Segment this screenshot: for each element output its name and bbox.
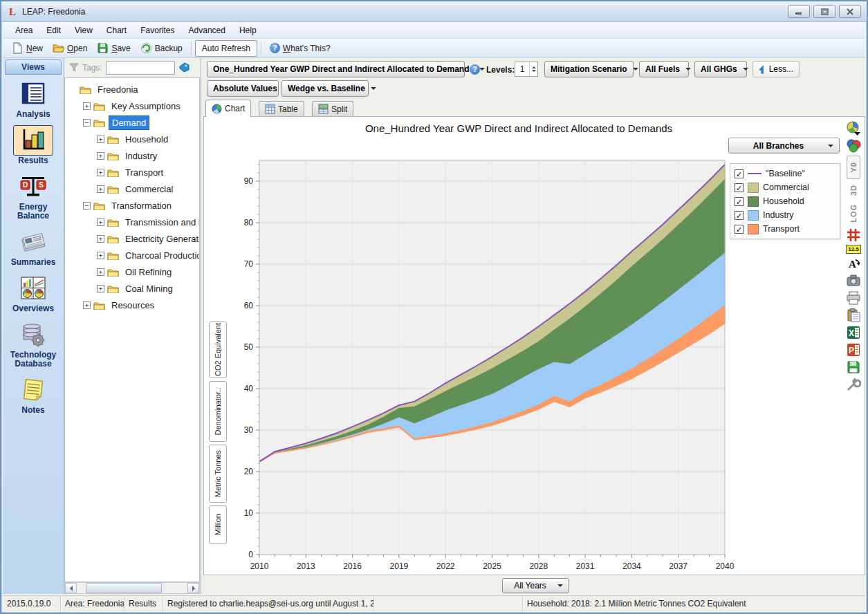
less-options-button[interactable]: Less... xyxy=(752,61,800,77)
save-chart-button[interactable] xyxy=(845,360,862,375)
scroll-left-button[interactable] xyxy=(65,583,77,593)
toolbar-separator xyxy=(191,41,192,55)
expand-icon[interactable]: + xyxy=(97,285,104,292)
menu-area[interactable]: Area xyxy=(8,23,39,38)
close-button[interactable] xyxy=(839,5,861,18)
scenario-dropdown[interactable]: Mitigation Scenario xyxy=(544,61,634,77)
tree-node-commercial[interactable]: +Commercial xyxy=(65,180,199,197)
years-dropdown[interactable]: All Years xyxy=(502,578,569,593)
tab-label: Chart xyxy=(225,104,245,113)
copy-image-button[interactable] xyxy=(845,273,862,288)
tags-input[interactable] xyxy=(106,61,175,75)
tree-node-oil-refining[interactable]: +Oil Refining xyxy=(65,263,199,280)
new-button[interactable]: New xyxy=(7,40,48,56)
log-scale-toggle[interactable]: LOG xyxy=(845,201,862,225)
menu-favorites[interactable]: Favorites xyxy=(133,23,181,38)
collapse-icon[interactable]: − xyxy=(83,119,91,127)
auto-refresh-toggle[interactable]: Auto Refresh xyxy=(195,40,257,57)
sidebar-item-results[interactable]: Results xyxy=(3,125,64,165)
whats-this-button[interactable]: ? What's This? xyxy=(265,41,335,55)
expand-icon[interactable]: + xyxy=(83,102,91,110)
menu-help[interactable]: Help xyxy=(232,23,264,38)
sidebar-item-technology-database[interactable]: Technology Database xyxy=(3,319,64,369)
tree-node-freedonia[interactable]: Freedonia xyxy=(65,81,199,97)
menu-advanced[interactable]: Advanced xyxy=(182,23,232,38)
scroll-thumb[interactable] xyxy=(86,583,162,593)
tree-node-coal-mining[interactable]: +Coal Mining xyxy=(65,280,199,297)
legend-color-swatch xyxy=(748,210,759,221)
fuels-dropdown[interactable]: All Fuels xyxy=(639,61,689,77)
paste-button[interactable] xyxy=(845,308,862,323)
branches-dropdown[interactable]: All Branches xyxy=(728,138,840,154)
tree-node-key-assumptions[interactable]: +Key Assumptions xyxy=(65,97,199,114)
wedge-chart: 0102030405060708090201020132016201920222… xyxy=(210,154,738,575)
restore-button[interactable] xyxy=(813,5,835,18)
expand-icon[interactable]: + xyxy=(97,218,104,226)
expand-icon[interactable]: + xyxy=(97,268,104,276)
tree-node-transformation[interactable]: −Transformation xyxy=(65,197,199,214)
chart-type-gallery-icon[interactable] xyxy=(845,121,862,136)
menu-edit[interactable]: Edit xyxy=(39,23,68,38)
result-help-icon[interactable]: ? xyxy=(470,64,480,75)
status-area: Area: Freedonia xyxy=(61,596,124,611)
3d-toggle[interactable]: 3D xyxy=(845,181,862,199)
gridlines-toggle[interactable] xyxy=(845,227,862,243)
legend-row-commercial: ✓Commercial xyxy=(735,180,835,194)
rotate-labels-button[interactable]: A xyxy=(845,256,862,271)
folder-icon xyxy=(80,85,91,94)
result-variable-dropdown[interactable]: One_Hundred Year GWP Direct and Indirect… xyxy=(207,61,465,77)
expand-icon[interactable]: + xyxy=(97,252,104,259)
folder-icon xyxy=(93,118,105,127)
sidebar-item-overviews[interactable]: Overviews xyxy=(3,273,64,313)
tree-node-demand[interactable]: −Demand xyxy=(65,114,199,131)
tree-horizontal-scrollbar[interactable] xyxy=(64,582,200,594)
sidebar-item-energy-balance[interactable]: DSEnergy Balance xyxy=(3,171,64,221)
sidebar-item-analysis[interactable]: Analysis xyxy=(3,79,64,119)
tab-table[interactable]: Table xyxy=(259,101,304,116)
backup-button[interactable]: Backup xyxy=(136,40,187,56)
levels-spinner[interactable]: 1 xyxy=(515,62,538,77)
expand-icon[interactable]: + xyxy=(97,185,104,193)
print-button[interactable] xyxy=(845,290,862,306)
open-button[interactable]: Open xyxy=(48,40,92,56)
tree-node-electricity-generati[interactable]: +Electricity Generati xyxy=(65,230,199,247)
export-powerpoint-button[interactable]: P xyxy=(845,342,862,357)
scroll-right-button[interactable] xyxy=(187,583,199,593)
expand-icon[interactable]: + xyxy=(83,301,91,309)
export-excel-button[interactable]: X xyxy=(845,325,862,340)
color-scheme-icon[interactable] xyxy=(845,138,862,154)
menu-chart[interactable]: Chart xyxy=(100,23,133,38)
svg-text:X: X xyxy=(849,328,854,338)
chart-tab-icon xyxy=(212,104,222,114)
collapse-icon[interactable]: − xyxy=(83,202,91,210)
legend-label: Commercial xyxy=(763,183,809,192)
chart-mode-dropdown[interactable]: Wedge vs. Baseline xyxy=(281,80,369,97)
tree-node-charcoal-productio[interactable]: +Charcoal Productio xyxy=(65,247,199,263)
sidebar-item-summaries[interactable]: Summaries xyxy=(3,227,64,267)
tree-node-resources[interactable]: +Resources xyxy=(65,297,199,313)
expand-icon[interactable]: + xyxy=(97,152,104,160)
tree-node-industry[interactable]: +Industry xyxy=(65,147,199,164)
menu-view[interactable]: View xyxy=(68,23,100,38)
chart-settings-button[interactable] xyxy=(845,377,862,392)
values-mode-dropdown[interactable]: Absolute Values xyxy=(207,80,279,97)
expand-icon[interactable]: + xyxy=(97,235,104,243)
expand-icon[interactable]: + xyxy=(97,169,104,176)
save-button[interactable]: Save xyxy=(92,40,135,56)
tree-node-transmission-and-d[interactable]: +Transmission and D xyxy=(65,214,199,230)
tag-icon[interactable] xyxy=(178,62,190,73)
tree-node-household[interactable]: +Household xyxy=(65,131,199,147)
summaries-icon xyxy=(19,230,47,254)
minimize-button[interactable] xyxy=(788,5,810,18)
tab-split[interactable]: Split xyxy=(312,101,353,116)
scroll-track[interactable] xyxy=(77,583,187,593)
tree-node-transport[interactable]: +Transport xyxy=(65,164,199,180)
sidebar-item-notes[interactable]: Notes xyxy=(3,375,64,415)
table-tab-icon xyxy=(265,104,275,114)
tab-chart[interactable]: Chart xyxy=(205,100,251,117)
legend-row-industry: ✓Industry xyxy=(735,208,835,222)
y-origin-toggle[interactable]: Y0 xyxy=(845,156,862,179)
decimal-places-button[interactable]: 12.5 xyxy=(845,245,862,254)
expand-icon[interactable]: + xyxy=(97,136,104,143)
ghgs-dropdown[interactable]: All GHGs xyxy=(694,61,747,77)
